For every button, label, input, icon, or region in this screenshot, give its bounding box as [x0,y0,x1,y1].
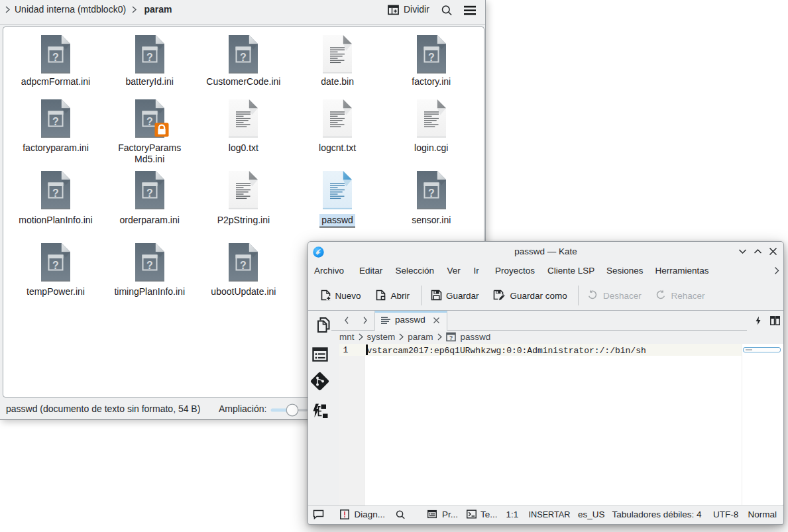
svg-text:?: ? [428,187,435,199]
svg-text:?: ? [146,259,153,270]
svg-text:?: ? [52,52,59,63]
svg-text:?: ? [52,187,59,199]
svg-text:?: ? [52,115,59,127]
svg-text:?: ? [449,334,452,341]
svg-text:?: ? [241,259,247,270]
svg-text:?: ? [146,187,153,199]
svg-text:?: ? [428,52,435,63]
svg-text:?: ? [146,115,153,127]
svg-text:?: ? [146,52,153,63]
svg-text:?: ? [52,259,59,270]
svg-text:?: ? [241,52,247,63]
